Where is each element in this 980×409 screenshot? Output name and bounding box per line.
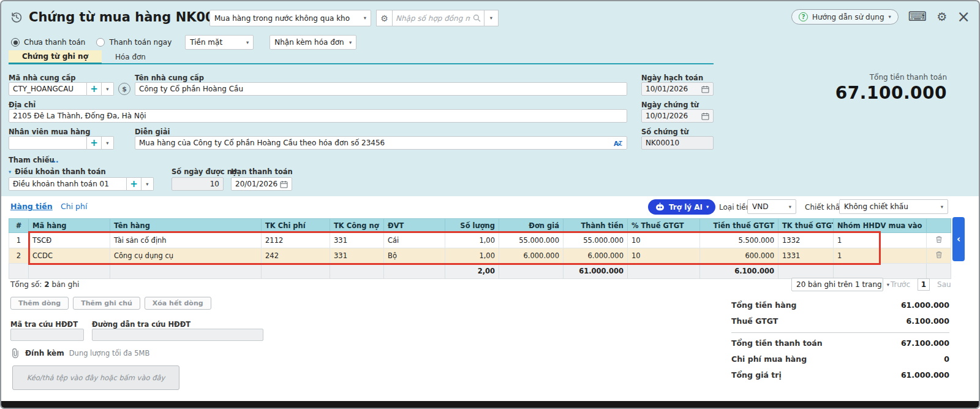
ai-assistant-button[interactable]: Trợ lý AI ▾ — [648, 199, 715, 215]
invoice-lookup-code-input[interactable] — [10, 329, 84, 341]
document-no-input[interactable] — [641, 136, 714, 150]
help-button[interactable]: ? Hướng dẫn sử dụng ▾ — [791, 9, 899, 25]
payment-terms-input[interactable] — [9, 177, 127, 191]
collapse-triangle-icon[interactable]: ▾ — [9, 169, 11, 175]
cell-expense-account[interactable]: 2112 — [262, 233, 330, 248]
description-input[interactable] — [135, 136, 627, 150]
tab-cost[interactable]: Chi phí — [61, 202, 87, 211]
per-page-select[interactable]: 20 bản ghi trên 1 trang ▾ — [791, 278, 883, 291]
payment-method-select[interactable]: Tiền mặt ▾ — [185, 35, 254, 50]
employee-dropdown-button[interactable]: ▾ — [102, 136, 114, 150]
calendar-icon[interactable] — [701, 85, 709, 93]
cell-vat-amount[interactable]: 600.000 — [700, 248, 778, 264]
tab-goods-amount[interactable]: Hàng tiền — [10, 202, 53, 211]
keyboard-shortcut-icon[interactable]: ⌨ — [908, 10, 927, 23]
cell-payable-account[interactable]: 331 — [330, 248, 384, 264]
cell-item-name[interactable]: Tài sản cố định — [110, 233, 262, 248]
col-unit-price: Đơn giá — [499, 219, 564, 233]
cell-unit[interactable]: Cái — [384, 233, 445, 248]
add-supplier-button[interactable]: + — [87, 82, 102, 96]
supplier-code-input[interactable] — [9, 82, 87, 96]
history-icon[interactable] — [10, 10, 23, 24]
help-label: Hướng dẫn sử dụng — [812, 13, 884, 21]
currency-select[interactable]: VND ▾ — [747, 199, 796, 214]
cell-item-name[interactable]: Công cụ dụng cụ — [110, 248, 262, 264]
description-label: Diễn giải — [135, 128, 170, 136]
cell-vat-account[interactable]: 1331 — [778, 248, 834, 264]
document-date-value[interactable]: 10/01/2026 — [646, 112, 688, 120]
chevron-down-icon: ▾ — [146, 182, 148, 187]
radio-pay-now[interactable]: Thanh toán ngay — [96, 38, 172, 47]
trash-icon[interactable] — [935, 251, 943, 259]
discount-select[interactable]: Không chiết khấu ▾ — [839, 199, 948, 214]
radio-not-paid[interactable]: Chưa thanh toán — [11, 38, 85, 47]
add-terms-button[interactable]: + — [127, 177, 141, 191]
cell-vat-percent[interactable]: 10 — [628, 233, 700, 248]
settings-gear-icon[interactable]: ⚙ — [937, 11, 947, 23]
tab-debit-document[interactable]: Chứng từ ghi nợ — [9, 50, 102, 64]
contract-search-input[interactable] — [396, 11, 470, 25]
due-date-value[interactable]: 20/01/2026 — [235, 180, 277, 188]
cell-amount[interactable]: 55.000.000 — [564, 233, 628, 248]
cell-payable-account[interactable]: 331 — [330, 233, 384, 248]
pagination-prev[interactable]: Trước — [891, 280, 910, 289]
summary-divider — [731, 332, 949, 333]
cell-actions — [927, 248, 951, 264]
reference-more-link[interactable]: ... — [50, 156, 59, 164]
chevron-down-icon: ▾ — [889, 14, 891, 20]
supplier-name-input[interactable] — [135, 82, 627, 96]
translate-icon[interactable]: A — [614, 139, 623, 150]
app-window: Chứng từ mua hàng NK00010 Mua hàng trong… — [0, 0, 980, 409]
file-dropzone[interactable]: Kéo/thả tệp vào đây hoặc bấm vào đây — [12, 365, 179, 390]
invoice-option-select[interactable]: Nhận kèm hóa đơn ▾ — [270, 35, 356, 50]
close-icon[interactable]: × — [957, 10, 970, 23]
invoice-lookup-url-input[interactable] — [92, 329, 263, 341]
cell-item-code[interactable]: CCDC — [29, 248, 110, 264]
cell-item-code[interactable]: TSCĐ — [29, 233, 110, 248]
add-employee-button[interactable]: + — [87, 136, 102, 150]
terms-dropdown-button[interactable]: ▾ — [141, 177, 154, 191]
cell-quantity[interactable]: 1,00 — [445, 233, 499, 248]
pagination-next[interactable]: Sau — [937, 280, 951, 289]
chevron-down-icon: ▾ — [106, 86, 108, 92]
calendar-icon[interactable] — [280, 180, 288, 188]
employee-label: Nhân viên mua hàng — [9, 128, 91, 136]
pagination-page-1[interactable]: 1 — [918, 278, 930, 291]
cell-unit[interactable]: Bộ — [384, 248, 445, 264]
add-row-button[interactable]: Thêm dòng — [10, 297, 69, 310]
payment-method-value: Tiền mặt — [190, 38, 222, 47]
reference-label: Tham chiếu — [9, 156, 55, 164]
supplier-name-label: Tên nhà cung cấp — [135, 74, 204, 82]
cell-goods-group[interactable]: 1 — [834, 248, 927, 264]
cell-unit-price[interactable]: 55.000.000 — [499, 233, 564, 248]
calendar-icon[interactable] — [701, 112, 709, 120]
col-vat-account: TK thuế GTGT — [778, 219, 834, 233]
cell-vat-account[interactable]: 1332 — [778, 233, 834, 248]
collapse-panel-tab[interactable]: ‹ — [952, 217, 965, 261]
cell-amount[interactable]: 6.000.000 — [564, 248, 628, 264]
tab-invoice[interactable]: Hóa đơn — [102, 50, 159, 63]
doc-type-select[interactable]: Mua hàng trong nước không qua kho ▾ — [209, 10, 371, 26]
address-input[interactable] — [9, 109, 627, 123]
payment-info-icon[interactable]: $ — [118, 83, 130, 95]
grand-total-value: 67.100.000 — [835, 83, 947, 103]
cell-goods-group[interactable]: 1 — [834, 233, 927, 248]
clear-rows-button[interactable]: Xóa hết dòng — [145, 297, 211, 310]
cell-vat-amount[interactable]: 5.500.000 — [700, 233, 778, 248]
summary-grand-value-label: Tổng giá trị — [731, 370, 782, 380]
contract-dropdown-button[interactable]: ▾ — [484, 10, 499, 26]
employee-input[interactable] — [9, 136, 87, 150]
supplier-dropdown-button[interactable]: ▾ — [102, 82, 114, 96]
grand-total-label: Tổng tiền thanh toán — [835, 73, 947, 82]
cell-expense-account[interactable]: 242 — [262, 248, 330, 264]
cell-vat-percent[interactable]: 10 — [628, 248, 700, 264]
contract-settings-button[interactable]: ⚙ — [376, 10, 393, 26]
posting-date-value[interactable]: 10/01/2026 — [646, 85, 688, 93]
trash-icon[interactable] — [935, 235, 943, 243]
total-amount: 61.000.000 — [564, 264, 628, 279]
debt-days-input[interactable] — [172, 177, 224, 191]
cell-quantity[interactable]: 1,00 — [445, 248, 499, 264]
search-icon — [473, 14, 481, 22]
cell-unit-price[interactable]: 6.000.000 — [499, 248, 564, 264]
add-note-button[interactable]: Thêm ghi chú — [73, 297, 140, 310]
